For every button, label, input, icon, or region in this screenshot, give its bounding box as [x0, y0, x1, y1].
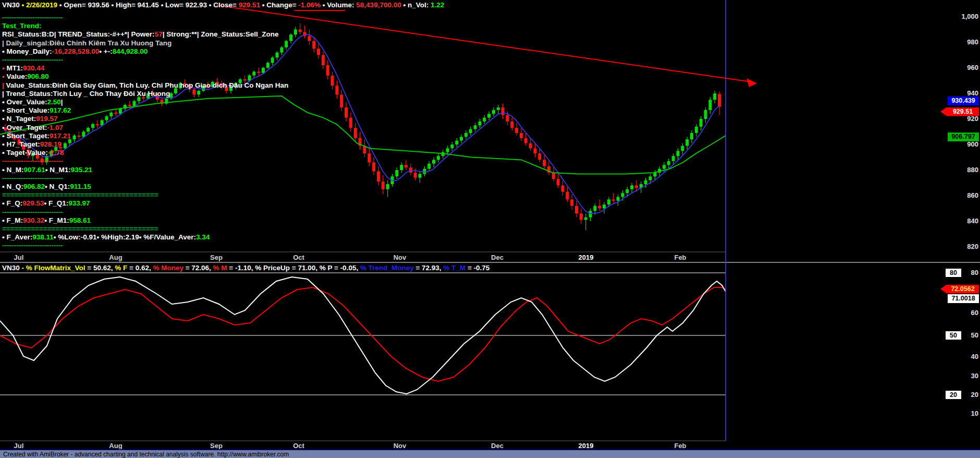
- candle-body: [317, 49, 320, 55]
- candle-body: [533, 148, 536, 153]
- oscillator-axis-label: 10: [942, 409, 978, 417]
- text-segment: Value_Status:Đinh Gia Suy Giam, Tich Luy…: [4, 81, 289, 89]
- text-segment: | Daily_singal:Điêu Chinh Kiêm Tra Xu Hu…: [2, 39, 172, 47]
- candle-body: [299, 30, 302, 32]
- candle-body: [570, 199, 573, 206]
- month-label: Aug: [109, 254, 122, 261]
- candle-body: [483, 118, 486, 122]
- price-axis-label: 880: [942, 166, 978, 174]
- candle-body: [663, 165, 666, 168]
- text-segment: 928.19: [40, 140, 62, 148]
- candle-body: [354, 128, 357, 138]
- info-line: • Short_Value:917.62: [2, 106, 288, 115]
- candle-body: [386, 184, 389, 189]
- candle-body: [418, 174, 421, 177]
- text-segment: 935.21: [71, 166, 92, 174]
- text-segment: --------------------------: [2, 242, 63, 249]
- candle-body: [515, 128, 518, 133]
- info-line: Test_Trend:: [2, 22, 288, 30]
- amibroker-window: VN30 • 2/26/2019 • Open= 939.56 • High= …: [0, 0, 980, 458]
- candle-body: [648, 176, 652, 180]
- text-segment: • N_M1:: [45, 166, 71, 174]
- text-segment: |: [61, 98, 63, 106]
- candle-body: [704, 110, 707, 119]
- oscillator-title: VN30 - % FlowMatrix_Vol = 50.62, % F = 0…: [2, 264, 489, 272]
- price-axis-label: 820: [942, 243, 978, 250]
- text-segment: 906.80: [27, 73, 48, 80]
- info-line: • Value:906.80: [2, 73, 288, 81]
- candle-body: [524, 138, 528, 143]
- text-segment: ======================================: [2, 191, 158, 199]
- candle-body: [497, 107, 500, 110]
- oscillator-level-box: 80: [946, 269, 961, 277]
- candle-body: [603, 204, 606, 208]
- month-label: Feb: [674, 442, 686, 450]
- candle-body: [446, 148, 449, 152]
- text-segment: • n_Vol:: [401, 1, 431, 9]
- text-segment: 917.21: [50, 132, 71, 140]
- candle-body: [543, 160, 546, 166]
- oscillator-tag: 71.0018: [948, 294, 979, 303]
- month-label: 2019: [579, 442, 594, 450]
- candle-body: [345, 107, 348, 118]
- text-segment: MT1:: [5, 64, 23, 72]
- text-segment: • H7_Taget:: [2, 140, 40, 148]
- text-segment: 3.34: [196, 233, 210, 241]
- text-segment: --------------------------: [2, 174, 63, 182]
- info-line: | Daily_singal:Điêu Chinh Kiêm Tra Xu Hu…: [2, 39, 288, 47]
- info-line: • F_M:930.32• F_M1:958.61: [2, 216, 288, 225]
- info-line: • N_M:907.61• N_M1:935.21: [2, 166, 288, 174]
- info-line: ======================================: [2, 225, 288, 233]
- oscillator-level-box: 50: [946, 331, 961, 340]
- text-segment: • N_M:: [2, 166, 23, 174]
- price-axis-label: 840: [942, 217, 978, 225]
- candle-body: [695, 127, 698, 133]
- info-line: | Value_Status:Đinh Gia Suy Giam, Tich L…: [2, 81, 288, 90]
- text-segment: % Money: [153, 264, 183, 272]
- text-segment: • Over_Taget:: [2, 124, 47, 131]
- candle-body: [469, 129, 472, 133]
- info-line: --------------------------: [2, 174, 288, 183]
- text-segment: | Trend_Status:Tich Luy _ Cho Thay Đôi X…: [2, 90, 170, 98]
- candle-body: [400, 165, 403, 170]
- info-line: • Over_Taget:-1.07: [2, 124, 288, 132]
- text-segment: --------------------------: [2, 56, 63, 64]
- candle-body: [672, 156, 675, 161]
- text-segment: Test_Trend:: [2, 22, 42, 30]
- candle-body: [487, 114, 491, 117]
- text-segment: 906.82: [23, 183, 45, 190]
- info-line: • N_Taget:919.57: [2, 115, 288, 123]
- indicator-info-panel: --------------------------Test_Trend:RSI…: [2, 14, 288, 250]
- info-line: • Taget-Value:-2.78: [2, 149, 288, 157]
- text-segment: • F_M1:: [44, 216, 69, 224]
- candle-body: [626, 189, 629, 193]
- text-segment: • Money_Daily:: [2, 47, 52, 55]
- info-line: --------------------------: [2, 14, 288, 22]
- text-segment: -1.06%: [298, 1, 321, 9]
- text-segment: 930.44: [23, 64, 44, 72]
- text-segment: •: [22, 1, 26, 9]
- text-segment: % FlowMatrix_Vol: [26, 264, 85, 272]
- candle-body: [492, 110, 495, 114]
- text-segment: • Taget-Value:: [2, 149, 48, 156]
- text-segment: | Strong:**| Zone_Status:Sell_Zone: [163, 30, 279, 38]
- price-tag: 930.439: [948, 97, 979, 105]
- candle-body: [630, 185, 633, 189]
- info-line: ======================================: [2, 191, 288, 199]
- price-axis-label: 900: [942, 140, 978, 148]
- info-line: • MT1:930.44: [2, 64, 288, 73]
- candle-body: [561, 185, 564, 191]
- text-segment: VN30 -: [2, 264, 26, 272]
- candle-body: [294, 30, 297, 35]
- candle-body: [708, 100, 712, 110]
- text-segment: 929.53: [22, 199, 44, 207]
- candle-body: [460, 137, 463, 140]
- price-axis-label: 1,000: [942, 13, 978, 20]
- trend-line: [216, 5, 755, 82]
- candle-body: [598, 206, 601, 209]
- text-segment: • F_M:: [2, 216, 23, 224]
- candle-body: [437, 156, 440, 160]
- candle-body: [289, 34, 292, 41]
- candle-body: [690, 133, 693, 139]
- info-line: • N_Q:906.82• N_Q1:911.15: [2, 183, 288, 191]
